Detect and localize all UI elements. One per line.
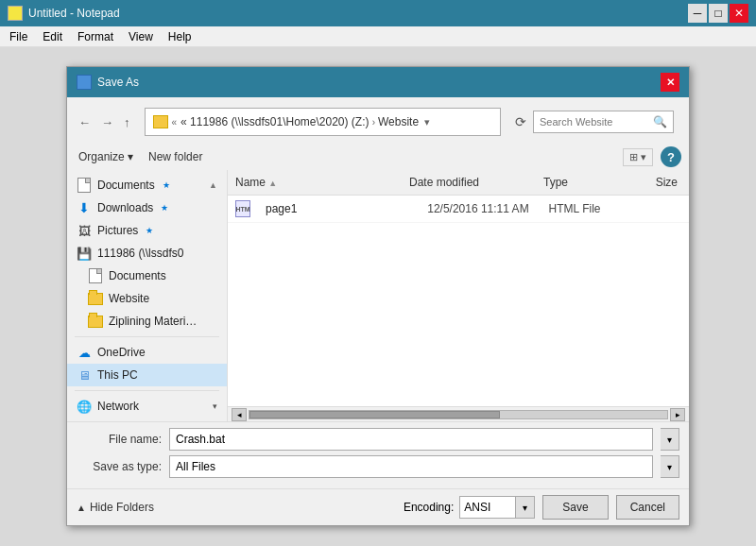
html-file-icon: HTM [235, 200, 250, 217]
sidebar-label-pictures: Pictures [97, 224, 138, 237]
refresh-btn[interactable]: ⟳ [511, 112, 530, 131]
sort-arrow: ▲ [209, 180, 217, 190]
dialog-main: Documents ★ ▲ ⬇ Downloads ★ [67, 170, 689, 421]
sidebar-item-onedrive[interactable]: ☁ OneDrive [67, 341, 227, 364]
new-folder-btn[interactable]: New folder [145, 148, 206, 165]
minimize-btn[interactable]: ─ [688, 4, 707, 23]
notepad-window-controls: ─ □ ✕ [688, 4, 748, 23]
sidebar-label-onedrive: OneDrive [97, 346, 146, 359]
search-icon-btn[interactable]: 🔍 [647, 113, 673, 130]
search-box[interactable]: 🔍 [533, 111, 674, 133]
dialog-close-btn[interactable]: ✕ [661, 73, 679, 92]
close-btn[interactable]: ✕ [730, 4, 748, 23]
sidebar-item-downloads[interactable]: ⬇ Downloads ★ [67, 196, 227, 219]
sidebar-item-documents-sub[interactable]: Documents [67, 264, 227, 287]
address-path-text: « 111986 (\\lssdfs01\Home\2020) (Z:) › W… [180, 115, 419, 128]
sidebar-label-website: Website [109, 292, 149, 305]
dialog-titlebar: Save As ✕ [67, 67, 689, 97]
view-btn[interactable]: ⊞ ▾ [623, 148, 653, 166]
sidebar-label-network: Network [97, 400, 139, 413]
menu-file[interactable]: File [4, 28, 33, 45]
file-name-row: File name: ▾ [77, 428, 679, 451]
sidebar-item-network[interactable]: 🌐 Network ▾ [67, 395, 227, 418]
col-header-name[interactable]: Name ▲ [228, 174, 402, 191]
menu-format[interactable]: Format [72, 28, 119, 45]
file-list-empty[interactable] [228, 223, 689, 406]
file-name-label: File name: [77, 433, 162, 446]
address-dropdown-btn[interactable]: ▾ [422, 114, 432, 130]
col-header-date[interactable]: Date modified [402, 174, 536, 191]
sidebar-label-downloads: Downloads [97, 201, 153, 214]
encoding-select-wrap: ▾ [459, 496, 535, 519]
organize-btn[interactable]: Organize ▾ [75, 148, 137, 165]
table-row[interactable]: HTM page1 12/5/2016 11:11 AM HTML File [228, 196, 689, 223]
encoding-section: Encoding: ▾ [404, 496, 535, 519]
sidebar-label-documents-sub: Documents [109, 269, 166, 282]
col-header-size[interactable]: Size [630, 174, 689, 191]
save-type-dropdown[interactable]: ▾ [661, 455, 679, 478]
pin-icon: ★ [163, 180, 170, 190]
dialog-icon [77, 75, 92, 90]
pictures-icon: 🖼 [77, 223, 92, 238]
sidebar-item-website[interactable]: Website [67, 287, 227, 310]
horizontal-scrollbar[interactable]: ◂ ▸ [228, 406, 689, 421]
folder-icon-website [88, 291, 103, 306]
sidebar-separator-2 [75, 390, 219, 391]
doc-icon-2 [88, 268, 103, 283]
encoding-input[interactable] [459, 496, 516, 519]
search-input[interactable] [534, 114, 647, 129]
dialog-overlay: Save As ✕ ← → ↑ « « 111986 (\\lssdfs01\H… [0, 47, 756, 546]
scroll-right-btn[interactable]: ▸ [670, 408, 685, 421]
menu-edit[interactable]: Edit [37, 28, 68, 45]
save-btn[interactable]: Save [542, 495, 608, 520]
notepad-titlebar: Untitled - Notepad ─ □ ✕ [0, 0, 756, 26]
sidebar-item-drive[interactable]: 💾 111986 (\\lssdfs0 [67, 242, 227, 264]
network-arrow: ▾ [213, 401, 217, 411]
sidebar-label-this-pc: This PC [97, 368, 138, 382]
hide-folders-btn[interactable]: ▲ Hide Folders [77, 501, 154, 514]
save-type-input[interactable] [169, 455, 653, 478]
sidebar-label-ziplining: Ziplining Materi… [109, 315, 197, 328]
cancel-btn[interactable]: Cancel [616, 495, 679, 520]
col-header-type[interactable]: Type [536, 174, 630, 191]
path-folder-icon [153, 115, 168, 128]
dialog-title-left: Save As [77, 75, 139, 90]
sidebar-item-pictures[interactable]: 🖼 Pictures ★ [67, 219, 227, 242]
scrollbar-track[interactable] [249, 410, 668, 419]
menu-help[interactable]: Help [163, 28, 198, 45]
sidebar-item-this-pc[interactable]: 🖥 This PC [67, 364, 227, 386]
maximize-btn[interactable]: □ [709, 4, 728, 23]
back-btn[interactable]: ← [75, 113, 94, 131]
scroll-left-btn[interactable]: ◂ [232, 408, 247, 421]
dialog-title: Save As [97, 76, 139, 89]
path-part-1: « 111986 (\\lssdfs01\Home\2020) (Z:) [180, 115, 369, 128]
encoding-dropdown[interactable]: ▾ [516, 496, 535, 519]
address-bar-row: ← → ↑ « « 111986 (\\lssdfs01\Home\2020) … [75, 102, 681, 142]
notepad-content[interactable]: Save As ✕ ← → ↑ « « 111986 (\\lssdfs01\H… [0, 47, 756, 546]
sidebar: Documents ★ ▲ ⬇ Downloads ★ [67, 170, 228, 421]
network-icon: 🌐 [77, 399, 92, 414]
download-icon: ⬇ [77, 200, 92, 215]
pin-icon-3: ★ [146, 226, 153, 235]
dialog-form: File name: ▾ Save as type: ▾ [67, 421, 689, 488]
notepad-titlebar-left: Untitled - Notepad [8, 6, 120, 21]
save-type-label: Save as type: [77, 460, 162, 473]
address-bar[interactable]: « « 111986 (\\lssdfs01\Home\2020) (Z:) ›… [145, 108, 502, 136]
file-list: Name ▲ Date modified Type Size [228, 170, 689, 421]
up-btn[interactable]: ↑ [120, 113, 134, 131]
forward-btn[interactable]: → [97, 113, 117, 131]
dialog-bottom: ▲ Hide Folders Encoding: ▾ Save Cancel [67, 488, 689, 525]
notepad-icon [8, 6, 23, 21]
notepad-window: Untitled - Notepad ─ □ ✕ File Edit Forma… [0, 0, 756, 546]
scrollbar-thumb[interactable] [249, 411, 500, 418]
sidebar-item-ziplining[interactable]: Ziplining Materi… [67, 310, 227, 333]
menu-view[interactable]: View [123, 28, 159, 45]
help-btn[interactable]: ? [661, 146, 681, 167]
file-name-input[interactable] [169, 428, 653, 451]
file-type: HTML File [549, 202, 630, 215]
drive-icon: 💾 [77, 246, 92, 261]
file-name-dropdown[interactable]: ▾ [661, 428, 679, 451]
save-as-dialog: Save As ✕ ← → ↑ « « 111986 (\\lssdfs01\H… [66, 66, 690, 526]
sidebar-item-documents-pinned[interactable]: Documents ★ ▲ [67, 174, 227, 196]
file-name: page1 [262, 202, 427, 215]
